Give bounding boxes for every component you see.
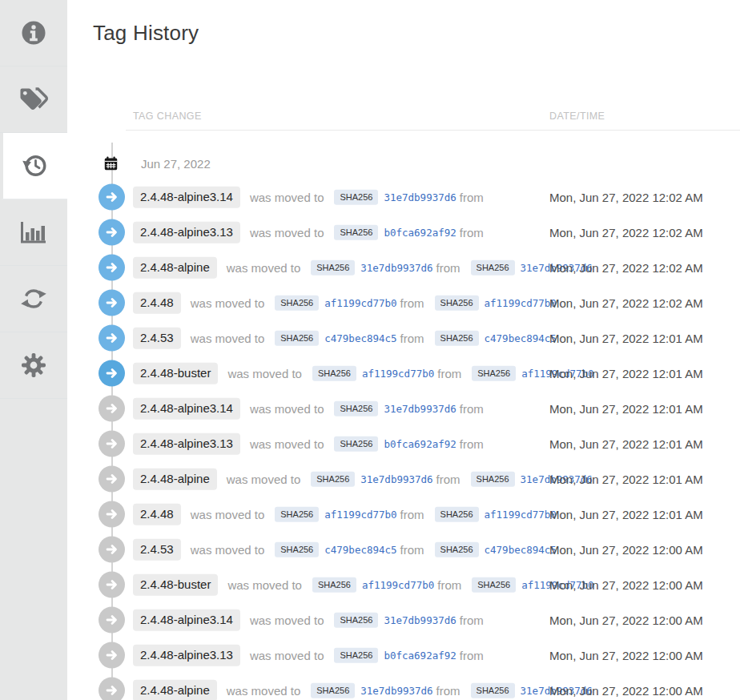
tag-badge: 2.4.48-alpine3.14: [133, 187, 240, 208]
tag-history-row: 2.4.48-buster was moved to SHA256 af1199…: [67, 567, 740, 602]
to-sha: SHA256 31e7db9937d6: [334, 189, 456, 204]
moved-to-label: was moved to: [191, 296, 265, 310]
tag-badge: 2.4.48-alpine3.13: [133, 645, 240, 666]
from-label: from: [436, 261, 460, 275]
row-datetime: Mon, Jun 27, 2022 12:01 AM: [549, 402, 703, 416]
from-label: from: [460, 437, 484, 451]
from-sha: SHA256 c479bec894c5: [435, 330, 557, 345]
tag-badge: 2.4.53: [133, 539, 181, 561]
to-sha-link[interactable]: c479bec894c5: [324, 544, 396, 556]
moved-to-label: was moved to: [191, 543, 265, 557]
tag-badge: 2.4.48-alpine3.14: [133, 398, 240, 420]
moved-to-label: was moved to: [227, 578, 302, 592]
to-sha: SHA256 31e7db9937d6: [311, 471, 432, 486]
bar-chart-icon: [19, 220, 48, 245]
timeline-marker: [99, 360, 125, 387]
tag-history-row: 2.4.53 was moved to SHA256 c479bec894c5 …: [67, 532, 740, 567]
tag-badge: 2.4.48-alpine3.14: [133, 609, 240, 631]
sha256-label: SHA256: [334, 436, 378, 451]
sha256-label: SHA256: [312, 577, 356, 592]
timeline-marker: [99, 501, 125, 528]
to-sha-link[interactable]: b0fca692af92: [384, 227, 456, 239]
to-sha: SHA256 af1199cd77b0: [275, 506, 396, 521]
arrow-right-circle-icon: [105, 614, 119, 627]
timeline-marker: [99, 325, 125, 352]
from-sha-link[interactable]: af1199cd77b0: [485, 297, 557, 309]
row-description: 2.4.48-buster was moved to SHA256 af1199…: [133, 574, 594, 596]
to-sha: SHA256 b0fca692af92: [334, 436, 456, 451]
to-sha-link[interactable]: b0fca692af92: [384, 438, 456, 450]
to-sha-link[interactable]: 31e7db9937d6: [360, 473, 432, 485]
date-group-label: Jun 27, 2022: [141, 157, 211, 171]
to-sha-link[interactable]: af1199cd77b0: [362, 368, 434, 380]
row-description: 2.4.48 was moved to SHA256 af1199cd77b0 …: [133, 504, 557, 525]
from-sha-link[interactable]: c479bec894c5: [485, 332, 557, 344]
from-sha-link[interactable]: c479bec894c5: [485, 544, 557, 556]
tag-badge: 2.4.48-buster: [133, 363, 218, 384]
arrow-right-circle-icon: [105, 261, 119, 275]
to-sha: SHA256 af1199cd77b0: [312, 577, 434, 592]
to-sha-link[interactable]: af1199cd77b0: [362, 579, 434, 591]
to-sha-link[interactable]: af1199cd77b0: [324, 509, 396, 521]
sync-icon: [20, 287, 47, 311]
to-sha-link[interactable]: 31e7db9937d6: [384, 614, 456, 626]
moved-to-label: was moved to: [250, 191, 324, 204]
arrow-right-circle-icon: [105, 402, 119, 416]
from-sha: SHA256 c479bec894c5: [435, 541, 557, 557]
sha256-label: SHA256: [435, 295, 479, 310]
tag-history-row: 2.4.48-alpine3.14 was moved to SHA256 31…: [67, 602, 740, 638]
tag-history-page: Tag History TAG CHANGE DATE/TIME Jun: [0, 0, 740, 700]
from-sha-link[interactable]: af1199cd77b0: [485, 509, 557, 521]
tag-badge: 2.4.53: [133, 328, 181, 349]
sha256-label: SHA256: [471, 682, 515, 698]
sidebar-item-tags[interactable]: [0, 66, 67, 133]
row-description: 2.4.48-alpine was moved to SHA256 31e7db…: [133, 257, 593, 279]
from-label: from: [436, 684, 460, 698]
to-sha-link[interactable]: c479bec894c5: [324, 332, 396, 344]
moved-to-label: was moved to: [250, 226, 324, 239]
tag-history-row: 2.4.48-alpine3.13 was moved to SHA256 b0…: [67, 215, 740, 250]
to-sha-link[interactable]: 31e7db9937d6: [384, 403, 456, 415]
tag-history-row: 2.4.48 was moved to SHA256 af1199cd77b0 …: [67, 285, 740, 320]
from-label: from: [460, 614, 484, 627]
moved-to-label: was moved to: [191, 508, 265, 521]
row-datetime: Mon, Jun 27, 2022 12:02 AM: [549, 191, 703, 204]
from-label: from: [436, 473, 460, 486]
arrow-right-circle-icon: [105, 473, 119, 486]
to-sha-link[interactable]: b0fca692af92: [384, 650, 456, 662]
to-sha: SHA256 31e7db9937d6: [334, 612, 456, 627]
to-sha-link[interactable]: 31e7db9937d6: [360, 262, 432, 274]
tag-history-row: 2.4.48-alpine3.13 was moved to SHA256 b0…: [67, 638, 740, 673]
to-sha: SHA256 c479bec894c5: [275, 330, 396, 345]
calendar-icon: [104, 156, 118, 171]
row-datetime: Mon, Jun 27, 2022 12:00 AM: [549, 578, 703, 592]
sidebar-item-usage-logs[interactable]: [0, 199, 67, 266]
tag-badge: 2.4.48-alpine: [133, 257, 217, 279]
arrow-right-circle-icon: [105, 649, 119, 662]
to-sha-link[interactable]: 31e7db9937d6: [384, 191, 456, 203]
to-sha: SHA256 31e7db9937d6: [334, 400, 456, 416]
from-label: from: [400, 296, 424, 310]
arrow-right-circle-icon: [105, 226, 119, 239]
sidebar-item-settings[interactable]: [0, 332, 67, 399]
tag-badge: 2.4.48-alpine: [133, 469, 217, 490]
moved-to-label: was moved to: [191, 332, 265, 345]
sha256-label: SHA256: [472, 577, 516, 592]
sidebar-item-history[interactable]: [0, 133, 67, 199]
row-datetime: Mon, Jun 27, 2022 12:00 AM: [549, 614, 703, 627]
sidebar-item-mirror[interactable]: [0, 266, 67, 332]
to-sha-link[interactable]: af1199cd77b0: [324, 297, 396, 309]
row-datetime: Mon, Jun 27, 2022 12:02 AM: [549, 226, 703, 239]
main-content: Tag History TAG CHANGE DATE/TIME Jun: [67, 0, 740, 700]
tag-history-row: 2.4.48-alpine3.13 was moved to SHA256 b0…: [67, 426, 740, 461]
row-datetime: Mon, Jun 27, 2022 12:01 AM: [549, 437, 703, 451]
arrow-right-circle-icon: [105, 578, 119, 592]
to-sha-link[interactable]: 31e7db9937d6: [360, 685, 432, 697]
sha256-label: SHA256: [275, 330, 319, 345]
row-datetime: Mon, Jun 27, 2022 12:00 AM: [549, 543, 703, 557]
sha256-label: SHA256: [311, 682, 355, 698]
from-label: from: [460, 402, 484, 416]
timeline-marker: [99, 607, 125, 634]
sidebar-item-info[interactable]: [0, 0, 67, 66]
to-sha: SHA256 c479bec894c5: [275, 541, 396, 557]
